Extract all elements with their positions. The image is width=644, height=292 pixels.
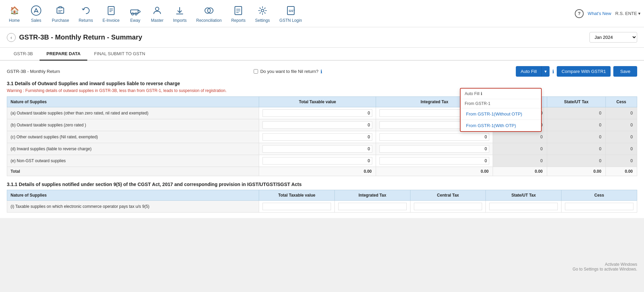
dropdown-option-without-otp[interactable]: From GSTR-1(Without OTP)	[461, 108, 541, 120]
row-i-cess[interactable]	[565, 203, 633, 210]
page-header-left: ‹ GSTR-3B - Monthly Return - Summary	[7, 33, 142, 42]
nav-returns[interactable]: Returns	[74, 2, 98, 26]
row-b-label: (b) Outward taxable supplies (zero rated…	[7, 119, 259, 131]
autofill-dropdown-button[interactable]: ▾	[541, 66, 550, 77]
nav-reports[interactable]: Reports	[226, 2, 250, 26]
row-e-taxable[interactable]	[263, 157, 372, 165]
nil-return-check: Do you want to file Nil return? ℹ	[254, 69, 322, 74]
nav-sales[interactable]: Sales	[25, 2, 47, 26]
col-taxable-value: Total Taxable value	[259, 97, 376, 107]
row-e-state: 0	[547, 155, 605, 167]
total-central: 0.00	[493, 167, 547, 176]
nil-return-info-icon[interactable]: ℹ	[320, 69, 322, 74]
tab-final-submit[interactable]: FINAL SUBMIT TO GSTN	[87, 48, 152, 61]
autofill-button[interactable]: Auto Fill	[516, 66, 541, 77]
row-c-taxable[interactable]	[263, 133, 372, 141]
month-select[interactable]: Jan 2024 Feb 2024 Mar 2024	[589, 32, 637, 43]
home-icon: 🏠	[8, 4, 20, 17]
row-a-cess: 0	[605, 107, 637, 119]
reports-icon	[232, 4, 244, 17]
table-row: (e) Non-GST outward supplies 0 0 0	[7, 155, 637, 167]
user-menu[interactable]: R.S. ENTE ▾	[615, 11, 641, 16]
row-b-taxable[interactable]	[263, 121, 372, 129]
nil-return-checkbox[interactable]	[254, 69, 258, 74]
row-i-state[interactable]	[489, 203, 558, 210]
row-d-taxable[interactable]	[263, 145, 372, 153]
col311-state-ut-tax: State/UT Tax	[486, 190, 561, 201]
nav-reconciliation[interactable]: Reconciliation	[191, 2, 226, 26]
nav-eway[interactable]: Eway	[124, 2, 146, 26]
nav-settings[interactable]: Settings	[250, 2, 274, 26]
row-c-central: 0	[493, 131, 547, 143]
col311-integrated-tax: Integrated Tax	[334, 190, 410, 201]
row-b-cess: 0	[605, 119, 637, 131]
section311-table: Nature of Supplies Total Taxable value I…	[7, 190, 637, 213]
sales-icon	[30, 4, 42, 17]
row-i-taxable[interactable]	[263, 203, 331, 210]
total-state: 0.00	[547, 167, 605, 176]
einvoice-icon	[105, 4, 117, 17]
col-state-ut-tax: State/UT Tax	[547, 97, 605, 107]
row-d-central: 0	[493, 143, 547, 155]
section311-heading: 3.1.1 Details of supplies notified under…	[7, 182, 637, 187]
row-i-central[interactable]	[414, 203, 482, 210]
total-taxable: 0.00	[259, 167, 376, 176]
row-i-integrated[interactable]	[338, 203, 407, 210]
compare-button[interactable]: Compare With GSTR1	[557, 66, 611, 77]
row-e-integrated[interactable]	[379, 157, 489, 165]
total-integrated: 0.00	[376, 167, 493, 176]
page-header: ‹ GSTR-3B - Monthly Return - Summary Jan…	[0, 27, 644, 48]
nav-right: ? What's New R.S. ENTE ▾	[575, 9, 641, 18]
page-title: GSTR-3B - Monthly Return - Summary	[19, 33, 142, 41]
nav-home[interactable]: 🏠 Home	[3, 2, 25, 26]
svg-point-13	[155, 7, 159, 11]
section31-heading: 3.1 Details of Outward Supplies and inwa…	[7, 81, 637, 86]
row-d-label: (d) Inward supplies (liable to reverse c…	[7, 143, 259, 155]
row-c-state: 0	[547, 131, 605, 143]
back-button[interactable]: ‹	[7, 33, 16, 42]
reconciliation-icon	[203, 4, 215, 17]
row-e-cess: 0	[605, 155, 637, 167]
tab-prepare-data[interactable]: PREPARE DATA	[40, 48, 87, 61]
imports-icon	[174, 4, 186, 17]
nav-gstn-login[interactable]: GST GSTN Login	[275, 2, 307, 26]
tabs-row: GSTR-3B PREPARE DATA FINAL SUBMIT TO GST…	[0, 48, 644, 61]
save-button[interactable]: Save	[613, 66, 637, 77]
settings-icon	[256, 4, 269, 17]
svg-rect-5	[108, 6, 114, 15]
row-c-cess: 0	[605, 131, 637, 143]
table-row: (a) Outward taxable supplies (other than…	[7, 107, 637, 119]
warning-text: Warning : Furnishing details of outward …	[7, 88, 637, 93]
row-d-integrated[interactable]	[379, 145, 489, 153]
dropdown-sub: From GSTR-1	[461, 99, 541, 108]
tab-gstr3b[interactable]: GSTR-3B	[7, 48, 40, 61]
table-row: (b) Outward taxable supplies (zero rated…	[7, 119, 637, 131]
col311-cess: Cess	[561, 190, 637, 201]
row-c-integrated[interactable]	[379, 133, 489, 141]
top-nav: 🏠 Home Sales Purchase Returns E-Invoice …	[0, 0, 644, 27]
dropdown-header: Auto Fill ℹ	[461, 89, 541, 99]
row-a-state: 0	[547, 107, 605, 119]
row-c-label: (c) Other outward supplies (Nil rated, e…	[7, 131, 259, 143]
eway-icon	[129, 4, 141, 17]
row-a-taxable[interactable]	[263, 109, 372, 117]
col-nature: Nature of Supplies	[7, 97, 259, 107]
dropdown-option-with-otp[interactable]: From GSTR-1(With OTP)	[461, 120, 541, 131]
svg-point-21	[261, 9, 264, 12]
svg-point-0	[31, 6, 41, 15]
autofill-info-icon[interactable]: ℹ	[552, 69, 554, 74]
help-icon[interactable]: ?	[575, 9, 584, 18]
total-row: Total 0.00 0.00 0.00 0.00 0.00	[7, 167, 637, 176]
nil-return-row: GSTR-3B - Monthly Return Do you want to …	[7, 66, 637, 77]
nav-master[interactable]: Master	[146, 2, 168, 26]
row-d-cess: 0	[605, 143, 637, 155]
master-icon	[151, 4, 163, 17]
gstn-login-icon: GST	[285, 4, 297, 17]
section31-table: Nature of Supplies Total Taxable value I…	[7, 96, 637, 176]
col311-central-tax: Central Tax	[410, 190, 486, 201]
table-row: (c) Other outward supplies (Nil rated, e…	[7, 131, 637, 143]
whats-new-link[interactable]: What's New	[588, 11, 611, 16]
nav-imports[interactable]: Imports	[168, 2, 191, 26]
nav-purchase[interactable]: Purchase	[47, 2, 74, 26]
nav-einvoice[interactable]: E-Invoice	[98, 2, 124, 26]
